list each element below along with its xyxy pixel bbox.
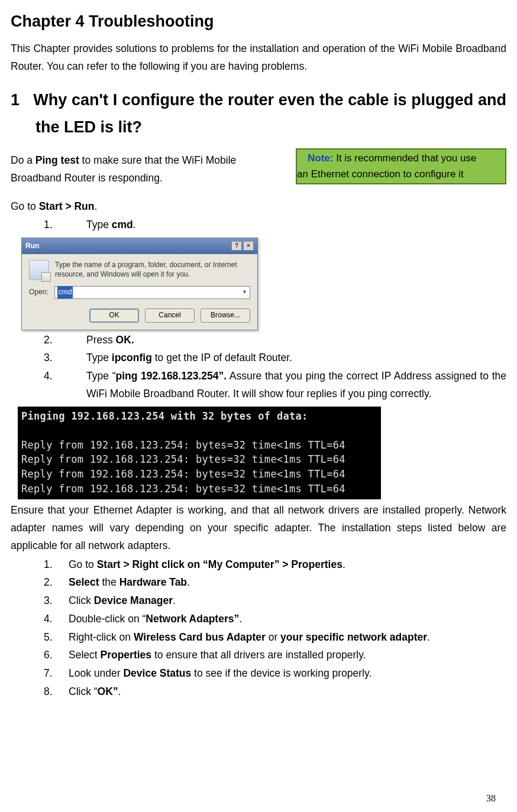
text: . [342,558,345,570]
ping-and-note-row: Do a Ping test to make sure that the WiF… [11,152,506,187]
list-item: 1.Go to Start > Right click on “My Compu… [11,556,506,574]
text: Go to [69,558,97,570]
text: . [427,631,430,643]
run-titlebar: Run ? × [22,238,257,254]
note-box: Note: It is recommended that you use an … [296,148,506,184]
item-number: 4. [44,368,86,403]
item-number: 2. [44,332,86,349]
item-text: Select the Hardware Tab. [69,574,506,592]
item-number: 1. [44,216,86,234]
bold: Hardware Tab [119,576,187,588]
item-text: Right-click on Wireless Card bus Adapter… [69,629,506,647]
text: . [187,576,190,588]
bold: Select [69,576,99,588]
start-run-bold: Start > Run [39,200,95,212]
steps-list-b: 1.Go to Start > Right click on “My Compu… [11,556,506,701]
ping-instruction: Do a Ping test to make sure that the WiF… [11,152,289,187]
bold: ipconfig [112,352,152,363]
note-label: Note: [308,152,333,164]
list-item: 4. Type “ping 192.168.123.254”. Assure t… [11,368,506,403]
text: to ensure that all drivers are installed… [151,649,366,661]
item-number: 3. [44,592,69,610]
text: Double-click on “ [69,613,146,625]
bold: OK” [98,686,118,697]
text: Type [86,352,112,363]
item-text: Double-click on “Network Adapters”. [69,610,506,628]
run-icon [29,260,49,280]
goto-start-run: Go to Start > Run. [11,198,506,216]
chapter-heading: Chapter 4 Troubleshooting [11,8,506,35]
run-title: Run [25,240,39,252]
cmd-output-screenshot: Pinging 192.168.123.254 with 32 bytes of… [18,407,381,500]
list-item: 8.Click “OK”. [11,683,506,701]
list-item: 5.Right-click on Wireless Card bus Adapt… [11,629,506,647]
item-text: Look under Device Status to see if the d… [69,665,506,683]
bold: your specific network adapter [280,631,427,643]
text: Look under [69,667,123,679]
text: . [118,686,121,697]
item-text: Select Properties to ensure that all dri… [69,647,506,664]
run-description: Type the name of a program, folder, docu… [55,260,250,280]
bold: Device Manager [94,595,173,606]
bold: ping 192.168.123.254”. [115,370,227,382]
text: . [95,200,98,212]
steps-list-a: 1. Type cmd. [11,216,506,234]
browse-button[interactable]: Browse... [201,308,250,323]
item-number: 3. [44,349,86,367]
ensure-paragraph: Ensure that your Ethernet Adapter is wor… [11,502,506,554]
open-label: Open: [29,286,49,298]
text: to see if the device is working properly… [191,667,371,679]
text: the [99,576,119,588]
ping-test-bold: Ping test [35,154,79,166]
text: Type [86,219,112,230]
item-text: Click “OK”. [69,683,506,701]
bold: Start > Right click on “My Computer” > P… [97,558,342,570]
item-number: 8. [44,683,69,701]
text: Do a [11,154,35,166]
bold: cmd [112,219,133,230]
list-item: 2.Select the Hardware Tab. [11,574,506,592]
text: Click “ [69,686,98,697]
item-number: 4. [44,610,69,628]
help-icon: ? [231,241,242,251]
run-dialog-screenshot: Run ? × Type the name of a program, fold… [21,238,258,330]
item-number: 7. [44,665,69,683]
note-line2: an Ethernet connection to configure it [297,168,464,180]
item-number: 2. [44,574,69,592]
text: or [266,631,280,643]
item-text: Click Device Manager. [69,592,506,610]
open-input[interactable]: cmd ▼ [54,286,250,299]
text: Click [69,595,94,606]
cancel-button[interactable]: Cancel [145,308,195,323]
section-number: 1 [11,91,20,109]
list-item: 7.Look under Device Status to see if the… [11,665,506,683]
text: Press [86,334,116,346]
item-number: 1. [44,556,69,574]
list-item: 6.Select Properties to ensure that all d… [11,647,506,664]
text: . [239,613,242,625]
bold: Wireless Card bus Adapter [134,631,266,643]
text: . [133,219,136,230]
text: . [173,595,176,606]
item-text: Go to Start > Right click on “My Compute… [69,556,506,574]
bold: OK. [116,334,134,346]
open-input-value: cmd [57,286,73,298]
steps-list-a-cont: 2. Press OK. 3. Type ipconfig to get the… [11,332,506,403]
dropdown-icon: ▼ [241,288,248,297]
bold: Device Status [123,667,191,679]
item-number: 6. [44,647,69,664]
text: to get the IP of default Router. [152,352,292,363]
text: Go to [11,200,39,212]
section-heading: 1 Why can't I configure the router even … [11,87,506,141]
text: Select [69,649,101,661]
page-number: 38 [486,790,496,806]
list-item: 1. Type cmd. [11,216,506,234]
list-item: 4.Double-click on “Network Adapters”. [11,610,506,628]
text: Type “ [86,370,115,382]
item-number: 5. [44,629,69,647]
ok-button[interactable]: OK [89,308,139,323]
section-title: Why can't I configure the router even th… [33,91,506,136]
bold: Properties [101,649,152,661]
list-item: 3. Type ipconfig to get the IP of defaul… [11,349,506,367]
bold: Network Adapters” [146,613,239,625]
